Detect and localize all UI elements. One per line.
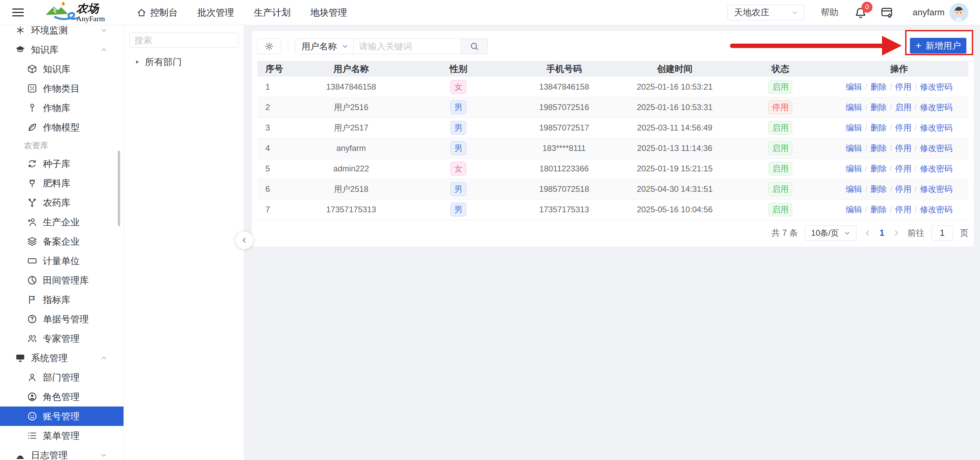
sidebar-item-种子库[interactable]: 种子库 xyxy=(0,154,124,173)
action-link-停用[interactable]: 停用 xyxy=(895,164,912,173)
add-user-button[interactable]: + 新增用户 xyxy=(910,38,966,53)
sidebar-item-作物库[interactable]: 作物库 xyxy=(0,98,124,118)
refresh-icon xyxy=(27,158,37,169)
workbench-settings-button[interactable] xyxy=(880,6,894,19)
tree-node-all-departments[interactable]: 所有部门 xyxy=(129,55,239,69)
users-table: 序号用户名称性别手机号码创建时间状态操作 113847846158女138478… xyxy=(257,61,969,220)
gear-icon xyxy=(264,41,274,51)
action-link-删除[interactable]: 删除 xyxy=(870,82,887,91)
action-link-编辑[interactable]: 编辑 xyxy=(846,102,862,112)
action-link-删除[interactable]: 删除 xyxy=(870,164,887,173)
sidebar-item-label: 环境监测 xyxy=(31,25,68,37)
action-link-修改密码[interactable]: 修改密码 xyxy=(920,184,953,193)
nav-item-批次管理[interactable]: 批次管理 xyxy=(197,6,234,19)
search-button[interactable] xyxy=(461,38,488,54)
top-navigation: 控制台批次管理生产计划地块管理 xyxy=(117,6,347,19)
sidebar-item-label: 知识库 xyxy=(31,44,59,56)
user-circle-icon xyxy=(27,391,37,402)
page-1-button[interactable]: 1 xyxy=(880,228,885,238)
action-link-编辑[interactable]: 编辑 xyxy=(846,144,862,153)
action-link-删除[interactable]: 删除 xyxy=(870,144,887,153)
action-link-修改密码[interactable]: 修改密码 xyxy=(920,82,953,91)
nav-item-控制台[interactable]: 控制台 xyxy=(137,6,178,19)
sidebar-item-label: 种子库 xyxy=(43,158,70,170)
logo-title-cn: 农场 xyxy=(76,3,105,14)
help-link[interactable]: 帮助 xyxy=(821,6,838,18)
sidebar-item-知识库[interactable]: 知识库 xyxy=(0,40,124,59)
nav-item-生产计划[interactable]: 生产计划 xyxy=(254,6,291,19)
action-link-编辑[interactable]: 编辑 xyxy=(846,164,862,173)
sidebar-item-菜单管理[interactable]: 菜单管理 xyxy=(0,426,124,446)
sidebar-item-label: 角色管理 xyxy=(43,391,80,403)
nav-item-地块管理[interactable]: 地块管理 xyxy=(310,6,347,19)
sidebar-item-单据号管理[interactable]: 单据号管理 xyxy=(0,309,124,329)
search-group: 用户名称 xyxy=(295,38,488,54)
action-link-停用[interactable]: 停用 xyxy=(895,144,912,153)
search-field-select[interactable]: 用户名称 xyxy=(295,38,353,54)
action-separator: / xyxy=(915,164,917,173)
collapse-panel-button[interactable] xyxy=(235,232,253,249)
sidebar-item-角色管理[interactable]: 角色管理 xyxy=(0,387,124,407)
sidebar-item-部门管理[interactable]: 部门管理 xyxy=(0,368,124,387)
action-link-修改密码[interactable]: 修改密码 xyxy=(920,144,953,153)
table-settings-button[interactable] xyxy=(257,38,281,54)
sidebar-item-生产企业[interactable]: 生产企业 xyxy=(0,212,124,232)
username: anyfarm xyxy=(913,7,945,18)
action-link-停用[interactable]: 停用 xyxy=(895,123,912,132)
prev-page-icon[interactable] xyxy=(863,228,872,238)
sidebar-item-指标库[interactable]: 指标库 xyxy=(0,290,124,309)
column-header-性别: 性别 xyxy=(407,61,510,77)
goto-page-input[interactable] xyxy=(931,225,953,241)
action-link-修改密码[interactable]: 修改密码 xyxy=(920,102,953,112)
hamburger-menu-icon[interactable] xyxy=(12,8,24,16)
pin-icon xyxy=(27,102,37,113)
sidebar-item-系统管理[interactable]: 系统管理 xyxy=(0,348,124,368)
action-link-停用[interactable]: 停用 xyxy=(895,205,912,214)
table-row: 6用户2518男198570725182025-04-30 14:31:51启用… xyxy=(257,179,969,199)
workbench-icon xyxy=(880,6,894,19)
sidebar-item-作物模型[interactable]: 作物模型 xyxy=(0,118,124,137)
cell-index: 7 xyxy=(257,199,295,220)
sidebar-item-备案企业[interactable]: 备案企业 xyxy=(0,232,124,251)
app-screen: 农场 AnyFarm 控制台批次管理生产计划地块管理 天地农庄 帮助 0 any… xyxy=(0,0,980,460)
sidebar-item-专家管理[interactable]: 专家管理 xyxy=(0,329,124,348)
department-search-input[interactable] xyxy=(129,33,239,48)
next-page-icon[interactable] xyxy=(892,228,901,238)
sidebar-item-农药库[interactable]: 农药库 xyxy=(0,193,124,212)
action-separator: / xyxy=(865,184,867,193)
action-link-编辑[interactable]: 编辑 xyxy=(846,205,862,214)
action-link-删除[interactable]: 删除 xyxy=(870,102,887,112)
sidebar-item-环境监测[interactable]: 环境监测 xyxy=(0,25,124,40)
sidebar-scrollbar-thumb[interactable] xyxy=(118,151,120,226)
column-header-用户名称: 用户名称 xyxy=(295,61,407,77)
user-menu[interactable]: anyfarm xyxy=(913,3,969,22)
farm-select[interactable]: 天地农庄 xyxy=(727,5,804,21)
action-link-停用[interactable]: 停用 xyxy=(895,82,912,91)
caret-right-icon xyxy=(134,58,141,66)
keyword-input[interactable] xyxy=(353,38,461,54)
action-link-编辑[interactable]: 编辑 xyxy=(846,82,862,91)
action-link-启用[interactable]: 启用 xyxy=(895,102,912,112)
status-tag: 启用 xyxy=(768,141,792,155)
action-link-编辑[interactable]: 编辑 xyxy=(846,184,862,193)
action-link-修改密码[interactable]: 修改密码 xyxy=(920,205,953,214)
sidebar-item-田间管理库[interactable]: 田间管理库 xyxy=(0,270,124,290)
sidebar-item-账号管理[interactable]: 账号管理 xyxy=(0,407,124,426)
cell-created: 2025-01-13 11:14:36 xyxy=(619,138,731,158)
sidebar-item-日志管理[interactable]: 日志管理 xyxy=(0,446,124,460)
action-link-修改密码[interactable]: 修改密码 xyxy=(920,123,953,132)
notification-bell[interactable]: 0 xyxy=(853,5,868,20)
action-link-编辑[interactable]: 编辑 xyxy=(846,123,862,132)
sidebar-item-知识库[interactable]: 知识库 xyxy=(0,59,124,79)
action-link-删除[interactable]: 删除 xyxy=(870,123,887,132)
page-size-select[interactable]: 10条/页 xyxy=(805,225,856,241)
sidebar-item-肥料库[interactable]: 肥料库 xyxy=(0,173,124,193)
sidebar-item-作物类目[interactable]: 作物类目 xyxy=(0,79,124,98)
action-link-删除[interactable]: 删除 xyxy=(870,184,887,193)
chevron-down-icon xyxy=(843,229,851,237)
action-link-删除[interactable]: 删除 xyxy=(870,205,887,214)
action-link-停用[interactable]: 停用 xyxy=(895,184,912,193)
sidebar-item-计量单位[interactable]: 计量单位 xyxy=(0,251,124,270)
sidebar-item-label: 菜单管理 xyxy=(43,430,80,442)
action-link-修改密码[interactable]: 修改密码 xyxy=(920,164,953,173)
